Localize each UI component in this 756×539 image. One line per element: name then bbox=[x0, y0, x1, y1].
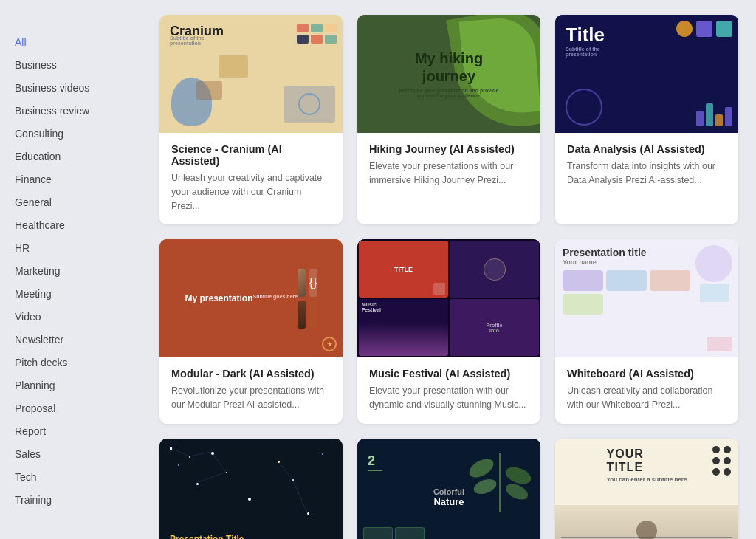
card-grid: Cranium Subtitle of thepresentation bbox=[159, 15, 738, 539]
card-thumbnail-modular: My presentation Subtitle goes here {} ★ bbox=[159, 239, 343, 357]
card-title: Data Analysis (AI Assisted) bbox=[567, 143, 726, 155]
card-description: Revolutionize your presentations with ou… bbox=[171, 384, 331, 412]
sidebar-item-marketing[interactable]: Marketing bbox=[15, 260, 133, 283]
card-thumbnail-cranium: Cranium Subtitle of thepresentation bbox=[159, 15, 343, 133]
main-content: Cranium Subtitle of thepresentation bbox=[148, 0, 756, 539]
card-whiteboard[interactable]: Presentation title Your name Whiteboard … bbox=[555, 239, 738, 424]
svg-line-4 bbox=[278, 461, 292, 479]
card-nature[interactable]: Colorful Nature 2 Colorful Nature - Dark… bbox=[357, 439, 540, 539]
sidebar-item-tech[interactable]: Tech bbox=[15, 466, 133, 489]
svg-point-8 bbox=[504, 464, 533, 487]
card-hiking[interactable]: My hikingjourney Introduce your presenta… bbox=[357, 15, 540, 224]
sidebar-item-planning[interactable]: Planning bbox=[15, 374, 133, 397]
card-description: Elevate your presentation with our dynam… bbox=[369, 384, 529, 412]
card-sheet[interactable]: YourTitle You can enter a subtitle here bbox=[555, 439, 738, 539]
card-constellations[interactable]: Presentation Title You can set a subtitl… bbox=[159, 439, 343, 539]
card-modular[interactable]: My presentation Subtitle goes here {} ★ bbox=[159, 239, 343, 424]
sidebar-item-business-review[interactable]: Business review bbox=[15, 100, 133, 123]
sidebar-item-training[interactable]: Training bbox=[15, 489, 133, 512]
sidebar-item-finance[interactable]: Finance bbox=[15, 168, 133, 191]
sidebar-item-business[interactable]: Business bbox=[15, 54, 133, 77]
card-description: Transform data into insights with our Da… bbox=[567, 159, 726, 188]
card-thumbnail-whiteboard: Presentation title Your name bbox=[555, 239, 738, 357]
svg-point-10 bbox=[504, 481, 531, 503]
sidebar-item-report[interactable]: Report bbox=[15, 420, 133, 443]
sidebar-item-video[interactable]: Video bbox=[15, 306, 133, 329]
card-title: Whiteboard (AI Assisted) bbox=[567, 368, 726, 380]
card-thumbnail-data: Title Subtitle of thepresentation bbox=[555, 15, 738, 133]
card-description: Unleash your creativity and captivate yo… bbox=[171, 171, 331, 213]
svg-line-1 bbox=[189, 452, 211, 456]
card-thumbnail-sheet: YourTitle You can enter a subtitle here bbox=[555, 439, 738, 539]
sidebar-item-all[interactable]: All bbox=[15, 31, 133, 54]
card-title: Science - Cranium (AI Assisted) bbox=[171, 143, 331, 167]
sidebar-item-education[interactable]: Education bbox=[15, 145, 133, 168]
card-data[interactable]: Title Subtitle of thepresentation Data A… bbox=[555, 15, 738, 224]
card-description: Elevate your presentations with our imme… bbox=[369, 159, 529, 188]
card-title: Modular - Dark (AI Assisted) bbox=[171, 368, 331, 380]
svg-point-7 bbox=[467, 455, 497, 481]
card-music[interactable]: TITLE MusicFestival ProfileInfo Music Fe… bbox=[357, 239, 540, 424]
card-thumbnail-nature: Colorful Nature 2 bbox=[357, 439, 540, 539]
card-description: Unleash creativity and collaboration wit… bbox=[567, 384, 726, 412]
sidebar-item-meeting[interactable]: Meeting bbox=[15, 283, 133, 306]
card-thumbnail-music: TITLE MusicFestival ProfileInfo bbox=[357, 239, 540, 357]
sidebar-item-pitch-decks[interactable]: Pitch decks bbox=[15, 351, 133, 374]
sidebar-item-newsletter[interactable]: Newsletter bbox=[15, 329, 133, 351]
sidebar-item-healthcare[interactable]: Healthcare bbox=[15, 214, 133, 237]
svg-point-9 bbox=[472, 476, 498, 497]
sidebar-item-consulting[interactable]: Consulting bbox=[15, 123, 133, 145]
card-title: Hiking Journey (AI Assisted) bbox=[369, 143, 529, 155]
card-cranium[interactable]: Cranium Subtitle of thepresentation bbox=[159, 15, 343, 224]
svg-line-3 bbox=[196, 472, 226, 483]
card-thumbnail-hiking: My hikingjourney Introduce your presenta… bbox=[357, 15, 540, 133]
sidebar-item-proposal[interactable]: Proposal bbox=[15, 397, 133, 420]
sidebar-item-business-videos[interactable]: Business videos bbox=[15, 77, 133, 100]
sidebar-item-general[interactable]: General bbox=[15, 191, 133, 214]
svg-line-2 bbox=[211, 452, 226, 472]
sidebar-item-sales[interactable]: Sales bbox=[15, 443, 133, 466]
svg-line-5 bbox=[292, 479, 307, 512]
sidebar-item-hr[interactable]: HR bbox=[15, 237, 133, 260]
card-thumbnail-constellations: Presentation Title You can set a subtitl… bbox=[159, 439, 343, 539]
svg-line-0 bbox=[170, 447, 189, 456]
sidebar: AllBusinessBusiness videosBusiness revie… bbox=[0, 0, 148, 539]
card-title: Music Festival (AI Assisted) bbox=[369, 368, 529, 380]
